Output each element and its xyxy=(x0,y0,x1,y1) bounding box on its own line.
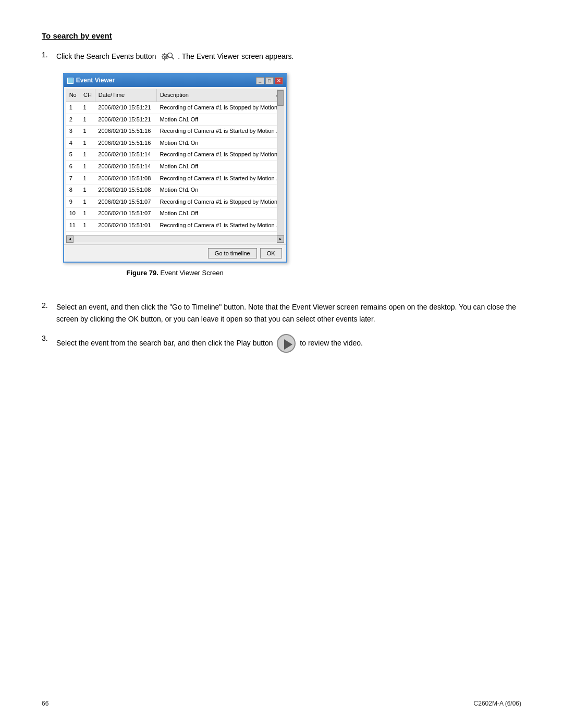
cell-dt: 2006/02/10 15:51:16 xyxy=(95,126,156,138)
cell-no: 1 xyxy=(66,102,80,114)
table-row[interactable]: 11 1 2006/02/10 15:51:01 Recording of Ca… xyxy=(66,220,284,232)
event-table: No CH Date/Time Description ▲ xyxy=(66,89,284,235)
step-1-text-after: . The Event Viewer screen appears. xyxy=(178,52,293,60)
window-controls[interactable]: _ □ ✕ xyxy=(256,77,283,84)
maximize-button[interactable]: □ xyxy=(265,77,274,84)
step-3: 3. Select the event from the search bar,… xyxy=(42,334,521,353)
table-row[interactable]: 5 1 2006/02/10 15:51:14 Recording of Cam… xyxy=(66,149,284,161)
horizontal-scrollbar[interactable]: ◂ ▸ xyxy=(66,235,284,242)
figure-caption: Figure 79. Event Viewer Screen xyxy=(56,268,293,279)
svg-rect-4 xyxy=(162,56,163,57)
cell-no: 12 xyxy=(66,231,80,235)
cell-ch: 1 xyxy=(80,126,95,138)
page-container: To search by event 1. Click the Search E… xyxy=(0,0,563,393)
cell-dt: 2006/02/10 15:51:08 xyxy=(95,184,156,196)
step-3-text-before: Select the event from the search bar, an… xyxy=(56,339,273,347)
cell-ch: 1 xyxy=(80,137,95,149)
svg-rect-3 xyxy=(164,59,165,60)
cell-ch: 1 xyxy=(80,102,95,114)
step-1-text-before: Click the Search Events button xyxy=(56,52,156,60)
cell-no: 10 xyxy=(66,208,80,220)
cell-ch: 1 xyxy=(80,149,95,161)
cell-no: 7 xyxy=(66,172,80,184)
table-row[interactable]: 1 1 2006/02/10 15:51:21 Recording of Cam… xyxy=(66,102,284,114)
step-1: 1. Click the Search Events button xyxy=(42,51,521,292)
step-3-number: 3. xyxy=(42,334,51,342)
section-title: To search by event xyxy=(42,31,521,40)
table-row[interactable]: 9 1 2006/02/10 15:51:07 Recording of Cam… xyxy=(66,196,284,208)
cell-ch: 1 xyxy=(80,184,95,196)
cell-dt: 2006/02/10 15:51:14 xyxy=(95,161,156,173)
steps-list: 1. Click the Search Events button xyxy=(42,51,521,353)
cell-dt: 2006/02/10 15:51:08 xyxy=(95,172,156,184)
cell-dt: 2006/02/10 15:51:14 xyxy=(95,149,156,161)
col-header-dt: Date/Time xyxy=(95,89,156,102)
cell-no: 3 xyxy=(66,126,80,138)
titlebar-left: Event Viewer xyxy=(67,76,115,85)
cell-desc: Motion Ch1 On xyxy=(156,184,284,196)
table-row[interactable]: 6 1 2006/02/10 15:51:14 Motion Ch1 Off xyxy=(66,161,284,173)
cell-desc: Motion Ch1 Off xyxy=(156,114,284,126)
scrollbar-thumb[interactable] xyxy=(277,90,284,106)
cell-desc: Recording of Camera #1 is Stopped by Mot… xyxy=(156,149,284,161)
ok-button[interactable]: OK xyxy=(260,248,282,258)
cell-ch: 1 xyxy=(80,196,95,208)
event-table-body: 1 1 2006/02/10 15:51:21 Recording of Cam… xyxy=(66,102,284,236)
cell-ch: 1 xyxy=(80,172,95,184)
table-row[interactable]: 7 1 2006/02/10 15:51:08 Recording of Cam… xyxy=(66,172,284,184)
table-row[interactable]: 2 1 2006/02/10 15:51:21 Motion Ch1 Off xyxy=(66,114,284,126)
col-header-desc: Description ▲ xyxy=(156,89,284,102)
cell-dt: 2006/02/10 15:51:01 xyxy=(95,220,156,232)
h-scroll-right-btn[interactable]: ▸ xyxy=(277,236,284,243)
table-row[interactable]: 10 1 2006/02/10 15:51:07 Motion Ch1 Off xyxy=(66,208,284,220)
cell-no: 9 xyxy=(66,196,80,208)
page-footer: 66 C2602M-A (6/06) xyxy=(42,700,521,707)
h-scroll-track xyxy=(74,236,277,242)
cell-desc: Recording of Camera #1 is Started by Mot… xyxy=(156,126,284,138)
cell-desc: Motion Ch1 On xyxy=(156,231,284,235)
cell-ch: 1 xyxy=(80,161,95,173)
cell-desc: Recording of Camera #1 is Started by Mot… xyxy=(156,220,284,232)
cell-dt: 2006/02/10 15:51:01 xyxy=(95,231,156,235)
play-button-icon xyxy=(277,334,296,353)
cell-desc: Motion Ch1 Off xyxy=(156,208,284,220)
col-header-no: No xyxy=(66,89,80,102)
step-2-number: 2. xyxy=(42,301,51,310)
h-scroll-left-btn[interactable]: ◂ xyxy=(66,236,74,243)
cell-ch: 1 xyxy=(80,220,95,232)
doc-reference: C2602M-A (6/06) xyxy=(474,700,521,707)
go-to-timeline-button[interactable]: Go to timeline xyxy=(208,248,257,258)
window-footer: Go to timeline OK xyxy=(64,244,286,262)
svg-line-11 xyxy=(172,57,174,59)
cell-ch: 1 xyxy=(80,114,95,126)
window-title: Event Viewer xyxy=(76,76,115,85)
window-titlebar: Event Viewer _ □ ✕ xyxy=(64,74,286,87)
cell-no: 8 xyxy=(66,184,80,196)
step-3-text-after: to review the video. xyxy=(300,339,363,347)
minimize-button[interactable]: _ xyxy=(256,77,264,84)
svg-rect-2 xyxy=(164,53,165,55)
table-row[interactable]: 12 1 2006/02/10 15:51:01 Motion Ch1 On xyxy=(66,231,284,235)
event-viewer-window: Event Viewer _ □ ✕ xyxy=(63,73,287,263)
cell-no: 2 xyxy=(66,114,80,126)
cell-dt: 2006/02/10 15:51:21 xyxy=(95,102,156,114)
step-2-body: Select an event, and then click the "Go … xyxy=(56,301,521,325)
cell-dt: 2006/02/10 15:51:07 xyxy=(95,196,156,208)
cell-dt: 2006/02/10 15:51:21 xyxy=(95,114,156,126)
cell-desc: Motion Ch1 On xyxy=(156,137,284,149)
table-row[interactable]: 3 1 2006/02/10 15:51:16 Recording of Cam… xyxy=(66,126,284,138)
cell-dt: 2006/02/10 15:51:16 xyxy=(95,137,156,149)
cell-desc: Motion Ch1 Off xyxy=(156,161,284,173)
step-3-body: Select the event from the search bar, an… xyxy=(56,334,363,353)
cell-dt: 2006/02/10 15:51:07 xyxy=(95,208,156,220)
table-row[interactable]: 8 1 2006/02/10 15:51:08 Motion Ch1 On xyxy=(66,184,284,196)
figure-title: Event Viewer Screen xyxy=(161,269,224,277)
search-events-icon xyxy=(160,51,174,63)
cell-desc: Recording of Camera #1 is Stopped by Mot… xyxy=(156,102,284,114)
cell-ch: 1 xyxy=(80,208,95,220)
table-row[interactable]: 4 1 2006/02/10 15:51:16 Motion Ch1 On xyxy=(66,137,284,149)
close-button[interactable]: ✕ xyxy=(275,77,283,84)
cell-ch: 1 xyxy=(80,231,95,235)
table-header: No CH Date/Time Description ▲ xyxy=(66,89,284,102)
vertical-scrollbar[interactable] xyxy=(277,89,284,235)
